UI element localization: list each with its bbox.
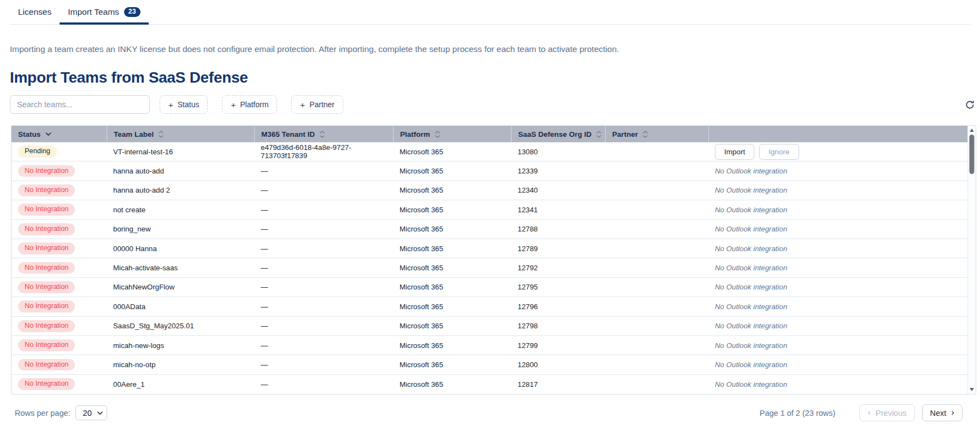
search-input[interactable] xyxy=(10,95,150,114)
tenant-id-cell: — xyxy=(254,297,393,316)
status-cell: No Integration xyxy=(11,161,107,180)
status-badge: No Integration xyxy=(18,262,75,274)
rows-per-page-select[interactable]: 20 xyxy=(75,405,107,420)
scrollbar-thumb[interactable] xyxy=(970,135,975,174)
tenant-id-cell: — xyxy=(254,258,393,277)
vertical-scrollbar[interactable] xyxy=(967,126,976,394)
actions-cell: No Outlook integration xyxy=(708,278,967,297)
tabs-bar: Licenses Import Teams 23 xyxy=(10,0,971,25)
previous-button[interactable]: ‹ Previous xyxy=(859,404,914,421)
tab-licenses[interactable]: Licenses xyxy=(10,0,60,24)
status-cell: No Integration xyxy=(11,258,107,277)
table-row: No Integrationmicah-new-logs—Microsoft 3… xyxy=(11,336,967,355)
plus-icon: + xyxy=(168,101,173,109)
tenant-id-cell: — xyxy=(254,200,393,219)
filter-button-partner[interactable]: +Partner xyxy=(291,95,343,114)
table-row: No IntegrationMicah-activate-saas—Micros… xyxy=(11,258,967,277)
ignore-button[interactable]: Ignore xyxy=(759,144,799,160)
filter-button-status[interactable]: +Status xyxy=(160,95,208,114)
actions-cell: No Outlook integration xyxy=(708,220,967,239)
table-row: No Integrationhanna auto-add—Microsoft 3… xyxy=(11,161,967,181)
table-content: StatusTeam LabelM365 Tenant IDPlatformSa… xyxy=(11,126,967,394)
team-label-cell: MicahNewOrgFlow xyxy=(107,278,254,297)
column-header-saas-defense-org-id[interactable]: SaaS Defense Org ID xyxy=(511,126,605,142)
status-cell: Pending xyxy=(11,142,107,161)
platform-cell: Microsoft 365 xyxy=(393,142,511,161)
tenant-id-cell: — xyxy=(254,355,393,374)
partner-cell xyxy=(605,297,708,316)
team-label-cell: micah-new-logs xyxy=(107,336,254,355)
plus-icon: + xyxy=(231,101,236,109)
column-header-partner[interactable]: Partner xyxy=(605,126,708,142)
platform-cell: Microsoft 365 xyxy=(393,161,511,180)
team-label-cell: 00Aere_1 xyxy=(107,375,254,394)
scroll-up-icon[interactable] xyxy=(970,129,974,132)
table-row: No Integration000AData—Microsoft 3651279… xyxy=(11,297,967,316)
import-button[interactable]: Import xyxy=(715,144,754,160)
no-integration-note: No Outlook integration xyxy=(715,225,787,233)
tenant-id-cell: — xyxy=(254,375,393,394)
column-header-actions xyxy=(708,126,967,142)
actions-cell: ImportIgnore xyxy=(708,142,967,161)
actions-cell: No Outlook integration xyxy=(708,239,967,258)
org-id-cell: 12340 xyxy=(511,181,605,200)
column-label: Status xyxy=(18,130,40,138)
tab-import-teams[interactable]: Import Teams 23 xyxy=(60,0,149,24)
team-label-cell: boring_new xyxy=(107,220,254,239)
org-id-cell: 12339 xyxy=(511,161,605,180)
page-title: Import Teams from SaaS Defense xyxy=(10,69,970,86)
table-header-row: StatusTeam LabelM365 Tenant IDPlatformSa… xyxy=(11,126,967,142)
platform-cell: Microsoft 365 xyxy=(393,181,511,200)
platform-cell: Microsoft 365 xyxy=(393,200,511,219)
column-header-platform[interactable]: Platform xyxy=(393,126,511,142)
status-badge: No Integration xyxy=(18,339,75,351)
no-integration-note: No Outlook integration xyxy=(715,167,787,175)
team-label-cell: not create xyxy=(107,200,254,219)
team-label-cell: hanna auto-add xyxy=(107,161,254,180)
tenant-id-cell: — xyxy=(254,317,393,335)
status-cell: No Integration xyxy=(11,200,107,219)
status-cell: No Integration xyxy=(11,220,107,239)
status-badge: No Integration xyxy=(18,165,75,177)
column-header-status[interactable]: Status xyxy=(11,126,107,142)
column-header-team-label[interactable]: Team Label xyxy=(107,126,254,142)
refresh-icon xyxy=(965,100,975,110)
status-badge: No Integration xyxy=(18,378,75,390)
actions-cell: No Outlook integration xyxy=(708,317,967,335)
org-id-cell: 12796 xyxy=(511,297,605,316)
partner-cell xyxy=(605,317,708,335)
actions-cell: No Outlook integration xyxy=(708,181,967,200)
tenant-id-cell: — xyxy=(254,278,393,297)
no-integration-note: No Outlook integration xyxy=(715,361,787,369)
tenant-id-cell: — xyxy=(254,239,393,258)
pagination-footer: Rows per page: 20 Page 1 of 2 (23 rows) … xyxy=(15,404,963,421)
no-integration-note: No Outlook integration xyxy=(715,264,787,272)
team-label-cell: hanna auto-add 2 xyxy=(107,181,254,200)
team-label-cell: micah-no-otp xyxy=(107,355,254,374)
plus-icon: + xyxy=(300,101,305,109)
tab-label: Import Teams xyxy=(68,7,119,17)
partner-cell xyxy=(605,355,708,374)
table-row: No IntegrationSaasD_Stg_May2025.01—Micro… xyxy=(11,317,967,336)
status-cell: No Integration xyxy=(11,336,107,355)
page-info: Page 1 of 2 (23 rows) xyxy=(760,409,836,417)
tenant-id-cell: e479d36d-6018-4a8e-9727-713703f17839 xyxy=(254,142,393,161)
import-teams-table: StatusTeam LabelM365 Tenant IDPlatformSa… xyxy=(11,125,976,395)
filter-button-platform[interactable]: +Platform xyxy=(222,95,277,114)
partner-cell xyxy=(605,200,708,219)
platform-cell: Microsoft 365 xyxy=(393,220,511,239)
status-cell: No Integration xyxy=(11,317,107,335)
status-cell: No Integration xyxy=(11,375,107,394)
no-integration-note: No Outlook integration xyxy=(715,186,787,194)
team-label-cell: Micah-activate-saas xyxy=(107,258,254,277)
next-button[interactable]: Next › xyxy=(922,404,963,421)
status-badge: No Integration xyxy=(18,184,75,196)
actions-cell: No Outlook integration xyxy=(708,200,967,219)
actions-cell: No Outlook integration xyxy=(708,375,967,394)
status-badge: No Integration xyxy=(18,300,75,312)
refresh-button[interactable] xyxy=(964,98,976,111)
status-badge: Pending xyxy=(18,146,57,158)
column-header-m365-tenant-id[interactable]: M365 Tenant ID xyxy=(254,126,393,142)
no-integration-note: No Outlook integration xyxy=(715,206,787,214)
scroll-down-icon[interactable] xyxy=(970,388,974,391)
